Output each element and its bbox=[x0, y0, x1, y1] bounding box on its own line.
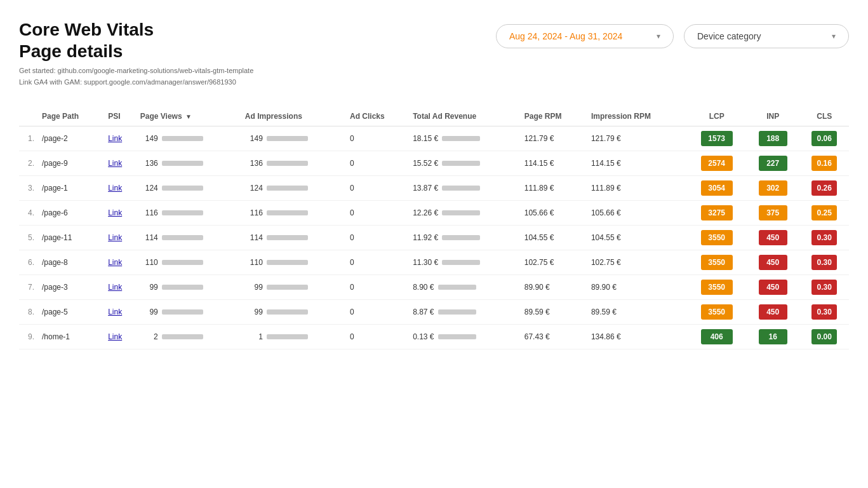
row-clicks: 0 bbox=[346, 275, 409, 300]
row-cls: 0.26 bbox=[800, 176, 849, 201]
row-imp-rpm: 111.89 € bbox=[587, 176, 688, 201]
row-psi[interactable]: Link bbox=[104, 176, 137, 201]
row-inp: 227 bbox=[746, 151, 800, 176]
data-table: Page Path PSI Page Views ▼ Ad Impression… bbox=[19, 107, 849, 349]
device-filter-select[interactable]: Device category ▾ bbox=[684, 24, 849, 48]
row-revenue: 8.90 € bbox=[409, 275, 521, 300]
row-lcp: 3275 bbox=[688, 201, 746, 226]
col-total-revenue: Total Ad Revenue bbox=[409, 107, 521, 126]
row-revenue: 12.26 € bbox=[409, 201, 521, 226]
row-lcp: 3054 bbox=[688, 176, 746, 201]
row-psi[interactable]: Link bbox=[104, 151, 137, 176]
row-inp: 450 bbox=[746, 250, 800, 275]
row-clicks: 0 bbox=[346, 151, 409, 176]
row-page-path: /page-9 bbox=[38, 151, 104, 176]
row-psi[interactable]: Link bbox=[104, 201, 137, 226]
row-inp: 450 bbox=[746, 226, 800, 250]
page-title: Core Web Vitals Page details bbox=[19, 19, 253, 62]
row-psi[interactable]: Link bbox=[104, 226, 137, 250]
row-inp: 450 bbox=[746, 275, 800, 300]
row-num: 8. bbox=[19, 300, 38, 325]
row-page-rpm: 89.59 € bbox=[521, 300, 587, 325]
col-lcp: LCP bbox=[688, 107, 746, 126]
row-lcp: 3550 bbox=[688, 250, 746, 275]
filters: Aug 24, 2024 - Aug 31, 2024 ▾ Device cat… bbox=[496, 24, 849, 48]
row-impressions: 114 bbox=[241, 226, 346, 250]
row-page-rpm: 67.43 € bbox=[521, 325, 587, 349]
row-cls: 0.30 bbox=[800, 250, 849, 275]
row-lcp: 3550 bbox=[688, 226, 746, 250]
row-imp-rpm: 102.75 € bbox=[587, 250, 688, 275]
row-revenue: 8.87 € bbox=[409, 300, 521, 325]
row-psi[interactable]: Link bbox=[104, 325, 137, 349]
row-imp-rpm: 104.55 € bbox=[587, 226, 688, 250]
row-num: 2. bbox=[19, 151, 38, 176]
row-inp: 450 bbox=[746, 300, 800, 325]
row-page-rpm: 111.89 € bbox=[521, 176, 587, 201]
row-impressions: 116 bbox=[241, 201, 346, 226]
col-inp: INP bbox=[746, 107, 800, 126]
table-row: 1. /page-2 Link 149 149 0 18.15 € 121.79… bbox=[19, 126, 849, 151]
row-clicks: 0 bbox=[346, 176, 409, 201]
row-views: 136 bbox=[137, 151, 241, 176]
row-page-path: /page-3 bbox=[38, 275, 104, 300]
row-psi[interactable]: Link bbox=[104, 300, 137, 325]
row-num: 4. bbox=[19, 201, 38, 226]
row-page-rpm: 89.90 € bbox=[521, 275, 587, 300]
row-impressions: 149 bbox=[241, 126, 346, 151]
row-revenue: 13.87 € bbox=[409, 176, 521, 201]
row-psi[interactable]: Link bbox=[104, 126, 137, 151]
row-lcp: 3550 bbox=[688, 300, 746, 325]
row-page-rpm: 114.15 € bbox=[521, 151, 587, 176]
row-views: 110 bbox=[137, 250, 241, 275]
row-clicks: 0 bbox=[346, 226, 409, 250]
row-lcp: 1573 bbox=[688, 126, 746, 151]
row-clicks: 0 bbox=[346, 325, 409, 349]
row-clicks: 0 bbox=[346, 250, 409, 275]
row-psi[interactable]: Link bbox=[104, 275, 137, 300]
row-inp: 188 bbox=[746, 126, 800, 151]
row-page-rpm: 105.66 € bbox=[521, 201, 587, 226]
row-cls: 0.06 bbox=[800, 126, 849, 151]
row-impressions: 99 bbox=[241, 300, 346, 325]
date-filter-select[interactable]: Aug 24, 2024 - Aug 31, 2024 ▾ bbox=[496, 24, 674, 48]
row-cls: 0.30 bbox=[800, 275, 849, 300]
row-cls: 0.25 bbox=[800, 201, 849, 226]
col-page-views[interactable]: Page Views ▼ bbox=[137, 107, 241, 126]
row-num: 7. bbox=[19, 275, 38, 300]
row-revenue: 0.13 € bbox=[409, 325, 521, 349]
col-num bbox=[19, 107, 38, 126]
date-filter-label: Aug 24, 2024 - Aug 31, 2024 bbox=[509, 31, 622, 41]
row-page-path: /page-1 bbox=[38, 176, 104, 201]
row-imp-rpm: 89.59 € bbox=[587, 300, 688, 325]
row-page-path: /page-5 bbox=[38, 300, 104, 325]
row-views: 2 bbox=[137, 325, 241, 349]
device-filter-label: Device category bbox=[697, 31, 761, 41]
row-views: 116 bbox=[137, 201, 241, 226]
row-page-rpm: 102.75 € bbox=[521, 250, 587, 275]
row-clicks: 0 bbox=[346, 126, 409, 151]
row-impressions: 1 bbox=[241, 325, 346, 349]
col-ad-clicks: Ad Clicks bbox=[346, 107, 409, 126]
row-num: 1. bbox=[19, 126, 38, 151]
row-page-rpm: 104.55 € bbox=[521, 226, 587, 250]
row-lcp: 2574 bbox=[688, 151, 746, 176]
table-header-row: Page Path PSI Page Views ▼ Ad Impression… bbox=[19, 107, 849, 126]
table-row: 3. /page-1 Link 124 124 0 13.87 € 111.89… bbox=[19, 176, 849, 201]
row-page-path: /home-1 bbox=[38, 325, 104, 349]
col-cls: CLS bbox=[800, 107, 849, 126]
row-impressions: 136 bbox=[241, 151, 346, 176]
row-psi[interactable]: Link bbox=[104, 250, 137, 275]
table-row: 2. /page-9 Link 136 136 0 15.52 € 114.15… bbox=[19, 151, 849, 176]
row-imp-rpm: 89.90 € bbox=[587, 275, 688, 300]
row-inp: 302 bbox=[746, 176, 800, 201]
col-psi: PSI bbox=[104, 107, 137, 126]
row-inp: 16 bbox=[746, 325, 800, 349]
row-clicks: 0 bbox=[346, 201, 409, 226]
col-impression-rpm: Impression RPM bbox=[587, 107, 688, 126]
row-page-path: /page-11 bbox=[38, 226, 104, 250]
row-views: 124 bbox=[137, 176, 241, 201]
title-block: Core Web Vitals Page details Get started… bbox=[19, 19, 253, 88]
col-page-path: Page Path bbox=[38, 107, 104, 126]
date-filter-arrow: ▾ bbox=[657, 32, 660, 41]
